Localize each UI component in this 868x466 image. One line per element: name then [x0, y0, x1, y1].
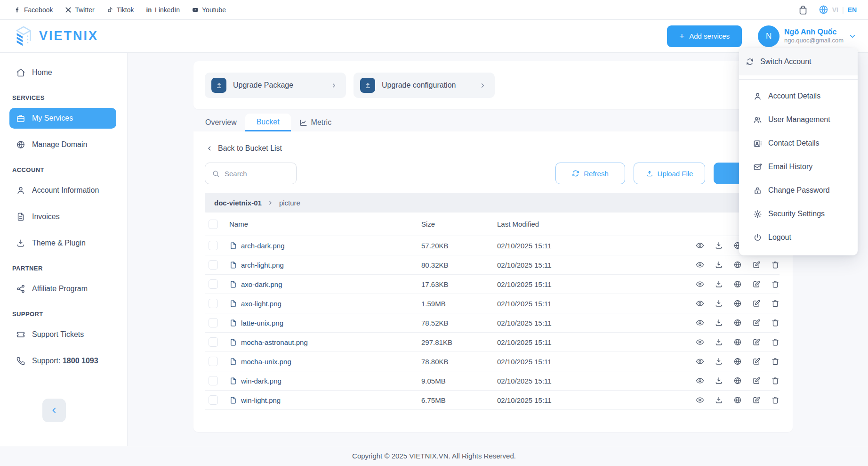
menu-item-email-history[interactable]: Email History [739, 155, 858, 179]
user-menu-trigger[interactable]: N Ngô Anh Quốc ngo.quoc@gmail.com [758, 25, 857, 47]
row-checkbox[interactable] [209, 357, 218, 366]
linkedin-link[interactable]: in LinkedIn [146, 6, 180, 14]
tiktok-link[interactable]: Tiktok [107, 6, 134, 14]
download-icon[interactable] [715, 280, 723, 288]
public-url-icon[interactable] [733, 396, 742, 404]
edit-icon[interactable] [752, 376, 761, 385]
sidebar-item-my-services[interactable]: My Services [9, 108, 116, 129]
file-name-link[interactable]: win-dark.png [241, 377, 281, 385]
delete-icon[interactable] [771, 376, 780, 385]
breadcrumb-bucket[interactable]: doc-vietnix-01 [214, 199, 262, 207]
file-name-link[interactable]: mocha-astronaut.png [241, 338, 308, 346]
view-icon[interactable] [696, 357, 704, 366]
menu-item-security-settings[interactable]: Security Settings [739, 202, 858, 226]
search-input[interactable] [225, 170, 289, 178]
download-icon[interactable] [715, 376, 723, 385]
facebook-link[interactable]: Facebook [14, 6, 53, 14]
sidebar-item-manage-domain[interactable]: Manage Domain [9, 134, 116, 155]
youtube-link[interactable]: Youtube [192, 6, 226, 14]
view-icon[interactable] [696, 280, 704, 288]
tab-overview[interactable]: Overview [197, 114, 245, 131]
view-icon[interactable] [696, 319, 704, 327]
delete-icon[interactable] [771, 261, 780, 269]
public-url-icon[interactable] [733, 261, 742, 269]
sidebar-item-support-phone[interactable]: Support: 1800 1093 [9, 351, 116, 371]
public-url-icon[interactable] [733, 280, 742, 288]
row-checkbox[interactable] [209, 318, 218, 327]
menu-item-contact-details[interactable]: Contact Details [739, 131, 858, 155]
edit-icon[interactable] [752, 319, 761, 327]
download-icon[interactable] [715, 299, 723, 308]
public-url-icon[interactable] [733, 376, 742, 385]
sidebar-item-home[interactable]: Home [9, 62, 116, 83]
menu-item-user-management[interactable]: User Management [739, 108, 858, 131]
row-checkbox[interactable] [209, 337, 218, 347]
file-name-link[interactable]: mocha-unix.png [241, 358, 291, 366]
view-icon[interactable] [696, 299, 704, 308]
tab-metric[interactable]: Metric [291, 114, 340, 131]
view-icon[interactable] [696, 376, 704, 385]
edit-icon[interactable] [752, 396, 761, 404]
view-icon[interactable] [696, 261, 704, 269]
edit-icon[interactable] [752, 357, 761, 366]
row-checkbox[interactable] [209, 395, 218, 405]
lang-en[interactable]: EN [848, 6, 857, 14]
public-url-icon[interactable] [733, 319, 742, 327]
delete-icon[interactable] [771, 280, 780, 288]
sidebar-item-account-information[interactable]: Account Information [9, 180, 116, 201]
file-name-link[interactable]: axo-light.png [241, 300, 281, 308]
edit-icon[interactable] [752, 299, 761, 308]
upload-file-button[interactable]: Upload File [634, 163, 705, 184]
download-icon[interactable] [715, 357, 723, 366]
add-services-button[interactable]: + Add services [667, 25, 742, 47]
file-name-link[interactable]: arch-light.png [241, 261, 284, 269]
download-icon[interactable] [715, 241, 723, 250]
file-name-link[interactable]: latte-unix.png [241, 319, 283, 327]
select-all-checkbox[interactable] [209, 220, 218, 229]
menu-item-logout[interactable]: Logout [739, 226, 858, 249]
edit-icon[interactable] [752, 280, 761, 288]
upgrade-configuration-button[interactable]: Upgrade configuration [354, 73, 495, 98]
row-checkbox[interactable] [209, 299, 218, 308]
edit-icon[interactable] [752, 338, 761, 346]
sidebar-item-invoices[interactable]: Invoices [9, 206, 116, 227]
row-checkbox[interactable] [209, 376, 218, 385]
download-icon[interactable] [715, 338, 723, 346]
file-name-link[interactable]: arch-dark.png [241, 242, 285, 250]
view-icon[interactable] [696, 241, 704, 250]
download-icon[interactable] [715, 319, 723, 327]
file-name-link[interactable]: win-light.png [241, 396, 281, 404]
back-to-bucket-list-link[interactable]: Back to Bucket List [205, 131, 780, 156]
row-checkbox[interactable] [209, 260, 218, 270]
public-url-icon[interactable] [733, 357, 742, 366]
view-icon[interactable] [696, 396, 704, 404]
row-checkbox[interactable] [209, 279, 218, 289]
sidebar-item-support-tickets[interactable]: Support Tickets [9, 324, 116, 345]
refresh-button[interactable]: Refresh [555, 163, 625, 184]
sidebar-item-theme-plugin[interactable]: Theme & Plugin [9, 233, 116, 253]
row-checkbox[interactable] [209, 241, 218, 250]
download-icon[interactable] [715, 396, 723, 404]
public-url-icon[interactable] [733, 299, 742, 308]
upgrade-package-button[interactable]: Upgrade Package [205, 73, 346, 98]
menu-item-switch-account[interactable]: Switch Account [739, 48, 858, 75]
download-icon[interactable] [715, 261, 723, 269]
sidebar-collapse-button[interactable] [42, 399, 66, 422]
vietnix-logo[interactable]: VIETNIX [13, 25, 98, 47]
sidebar-item-affiliate-program[interactable]: Affiliate Program [9, 278, 116, 299]
shopping-bag-icon[interactable] [798, 5, 808, 15]
view-icon[interactable] [696, 338, 704, 346]
delete-icon[interactable] [771, 299, 780, 308]
edit-icon[interactable] [752, 261, 761, 269]
delete-icon[interactable] [771, 319, 780, 327]
menu-item-account-details[interactable]: Account Details [739, 84, 858, 108]
delete-icon[interactable] [771, 396, 780, 404]
twitter-link[interactable]: Twitter [65, 6, 94, 14]
tab-bucket[interactable]: Bucket [245, 114, 291, 131]
file-name-link[interactable]: axo-dark.png [241, 280, 282, 288]
delete-icon[interactable] [771, 357, 780, 366]
lang-vi[interactable]: VI [832, 6, 838, 14]
menu-item-change-password[interactable]: Change Password [739, 179, 858, 202]
public-url-icon[interactable] [733, 338, 742, 346]
delete-icon[interactable] [771, 338, 780, 346]
